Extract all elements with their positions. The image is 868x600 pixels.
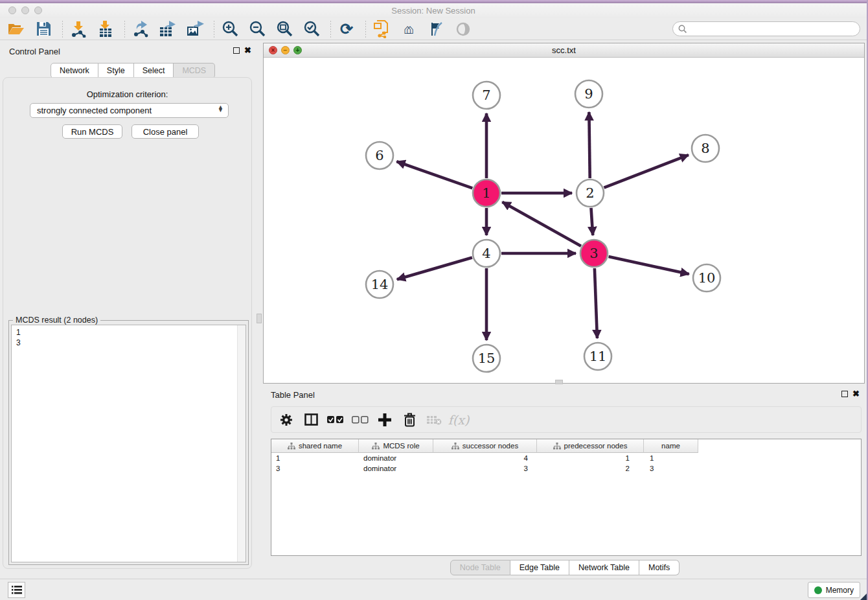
import-table-icon[interactable] xyxy=(96,20,115,38)
delete-column-icon[interactable] xyxy=(401,411,418,428)
save-session-icon[interactable] xyxy=(34,20,53,38)
cell-name[interactable]: 1 xyxy=(644,454,698,462)
cell-name[interactable]: 3 xyxy=(644,465,698,472)
clone-network-icon[interactable] xyxy=(372,20,391,38)
graph-edge-3-1[interactable] xyxy=(502,202,581,246)
titlebar: Session: New Session xyxy=(0,3,867,18)
horizontal-splitter-handle[interactable] xyxy=(555,380,563,384)
network-canvas[interactable]: 1234678910111415 xyxy=(264,58,864,383)
hierarchy-icon xyxy=(372,443,380,450)
mcds-result-area[interactable]: 1 3 xyxy=(11,325,246,562)
clear-table-icon xyxy=(426,411,442,428)
zoom-selected-icon[interactable] xyxy=(302,20,321,38)
show-columns-icon[interactable] xyxy=(303,411,319,428)
column-header-successor-nodes[interactable]: successor nodes xyxy=(433,439,537,453)
export-image-icon[interactable] xyxy=(185,20,205,38)
network-window-titlebar[interactable]: × − + scc.txt xyxy=(264,43,864,58)
export-network-icon[interactable] xyxy=(131,20,150,38)
tab-edge-table[interactable]: Edge Table xyxy=(510,560,569,575)
graph-edge-3-11[interactable] xyxy=(595,268,597,338)
column-header-name[interactable]: name xyxy=(644,439,698,453)
tab-mcds[interactable]: MCDS xyxy=(174,63,215,78)
run-mcds-button[interactable]: Run MCDS xyxy=(62,124,122,139)
graph-node-label: 3 xyxy=(589,246,598,261)
tab-network-table[interactable]: Network Table xyxy=(569,560,639,575)
table-settings-icon[interactable] xyxy=(278,411,295,428)
search-field[interactable] xyxy=(672,21,860,36)
vertical-splitter-handle[interactable] xyxy=(257,314,262,323)
toolbar-separator xyxy=(365,21,366,38)
tab-select[interactable]: Select xyxy=(134,63,174,78)
table-row[interactable]: 1 dominator 4 1 1 xyxy=(271,453,861,463)
import-network-icon[interactable] xyxy=(69,20,88,38)
network-window: × − + scc.txt 1234678910111415 xyxy=(263,43,865,384)
table-row[interactable]: 3 dominator 3 2 3 xyxy=(271,463,861,474)
add-column-icon[interactable] xyxy=(376,411,393,428)
hierarchy-icon xyxy=(451,443,459,450)
graph-node-label: 8 xyxy=(701,141,709,156)
table-tabs: Node Table Edge Table Network Table Moti… xyxy=(0,560,867,575)
memory-status-icon xyxy=(814,586,822,594)
export-table-icon[interactable] xyxy=(158,20,177,38)
cell-shared-name[interactable]: 3 xyxy=(271,465,359,472)
graph-edge-1-6[interactable] xyxy=(396,161,472,188)
graph-edge-2-8[interactable] xyxy=(604,155,688,188)
graph-node-label: 11 xyxy=(589,349,607,364)
column-header-shared-name[interactable]: shared name xyxy=(271,439,359,453)
float-panel-icon[interactable] xyxy=(233,47,240,54)
tab-node-table[interactable]: Node Table xyxy=(450,560,510,575)
unselect-all-icon[interactable] xyxy=(352,411,369,428)
graph-edge-2-3[interactable] xyxy=(591,208,593,235)
network-graph[interactable]: 1234678910111415 xyxy=(264,58,864,383)
application-window: Session: New Session xyxy=(0,0,868,600)
tab-network[interactable]: Network xyxy=(51,63,98,78)
hierarchy-icon xyxy=(553,443,561,450)
cell-shared-name[interactable]: 1 xyxy=(271,454,359,462)
graph-edge-2-9[interactable] xyxy=(589,112,589,178)
tab-style[interactable]: Style xyxy=(98,63,134,78)
dropdown-stepper-icon: ▲▼ xyxy=(218,106,223,112)
criterion-dropdown[interactable]: strongly connected component ▲▼ xyxy=(30,103,229,118)
graph-node-label: 7 xyxy=(482,87,490,103)
control-panel-title: Control Panel xyxy=(9,47,60,56)
refresh-layout-icon[interactable]: ⟳ xyxy=(337,20,356,38)
node-table[interactable]: shared name MCDS role successor nodes pr… xyxy=(271,439,862,556)
task-list-icon xyxy=(12,586,22,594)
zoom-out-icon[interactable] xyxy=(247,20,267,38)
task-history-button[interactable] xyxy=(8,582,25,598)
criterion-value: strongly connected component xyxy=(37,106,152,115)
status-bar: Memory xyxy=(0,579,867,600)
memory-button[interactable]: Memory xyxy=(808,582,860,598)
tab-motifs[interactable]: Motifs xyxy=(639,560,680,575)
cell-predecessor-nodes[interactable]: 1 xyxy=(537,454,644,462)
cell-predecessor-nodes[interactable]: 2 xyxy=(537,465,644,472)
mcds-result-group: MCDS result (2 nodes) 1 3 xyxy=(8,320,249,565)
hierarchy-icon xyxy=(288,443,295,450)
cell-mcds-role[interactable]: dominator xyxy=(359,465,433,472)
zoom-in-icon[interactable] xyxy=(220,20,240,38)
window-title: Session: New Session xyxy=(0,6,867,16)
select-all-icon[interactable] xyxy=(327,411,344,428)
cell-mcds-role[interactable]: dominator xyxy=(359,454,433,462)
column-header-mcds-role[interactable]: MCDS role xyxy=(359,439,433,453)
close-panel-icon[interactable]: ✖ xyxy=(244,45,251,55)
hide-panel-icon[interactable] xyxy=(426,20,446,38)
zoom-fit-icon[interactable] xyxy=(275,20,294,38)
table-toolbar: f(x) xyxy=(271,406,862,433)
open-session-icon[interactable] xyxy=(6,20,26,38)
cell-successor-nodes[interactable]: 3 xyxy=(433,465,537,472)
toolbar-separator xyxy=(62,21,63,38)
search-input[interactable] xyxy=(687,25,860,34)
cell-successor-nodes[interactable]: 4 xyxy=(433,454,537,462)
mcds-result-title: MCDS result (2 nodes) xyxy=(13,316,100,325)
main-toolbar: ⟳ ⌂⌂ xyxy=(0,18,867,40)
graph-edge-4-14[interactable] xyxy=(397,257,472,279)
birds-eye-icon[interactable] xyxy=(453,20,473,38)
close-panel-button[interactable]: Close panel xyxy=(131,124,199,139)
result-scrollbar[interactable] xyxy=(237,325,246,562)
graph-edge-3-10[interactable] xyxy=(608,257,689,274)
close-table-panel-icon[interactable]: ✖ xyxy=(852,389,860,398)
float-table-panel-icon[interactable] xyxy=(841,391,848,397)
home-view-icon[interactable]: ⌂⌂ xyxy=(399,20,418,38)
column-header-predecessor-nodes[interactable]: predecessor nodes xyxy=(537,439,644,453)
